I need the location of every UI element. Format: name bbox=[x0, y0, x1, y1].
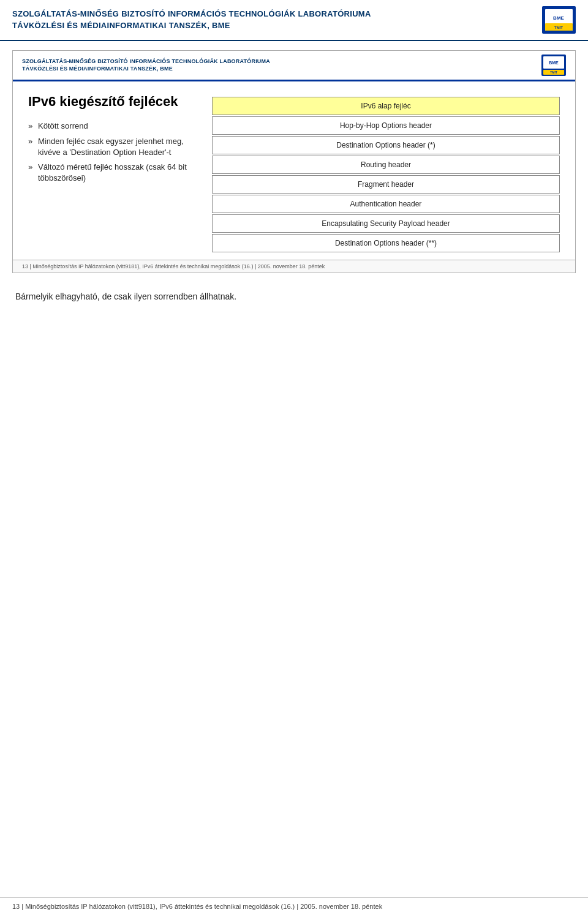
esp-header-box: Encapsulating Security Payload header bbox=[212, 214, 560, 233]
slide-footer: 13 | Minőségbiztosítás IP hálózatokon (v… bbox=[13, 260, 575, 273]
list-item: Kötött sorrend bbox=[28, 121, 194, 132]
slide-content: IPv6 kiegészítő fejlécek Kötött sorrend … bbox=[13, 81, 575, 260]
slide-logo-icon: BME TMIT bbox=[541, 55, 566, 76]
top-header: SZOLGÁLTATÁS-MINŐSÉG BIZTOSÍTÓ INFORMÁCI… bbox=[0, 0, 588, 41]
below-slide-text: Bármelyik elhagyható, de csak ilyen sorr… bbox=[0, 282, 588, 311]
fragment-header-box: Fragment header bbox=[212, 175, 560, 194]
list-item: Változó méretű fejléc hosszak (csak 64 b… bbox=[28, 162, 194, 184]
destination-options-2-header-box: Destination Options header (**) bbox=[212, 234, 560, 252]
right-column: IPv6 alap fejléc Hop-by-Hop Options head… bbox=[212, 97, 560, 254]
svg-text:TMIT: TMIT bbox=[554, 26, 563, 29]
slide-title: IPv6 kiegészítő fejlécek bbox=[28, 94, 194, 110]
hop-by-hop-header-box: Hop-by-Hop Options header bbox=[212, 116, 560, 135]
bullet-list: Kötött sorrend Minden fejléc csak egysze… bbox=[28, 121, 194, 184]
left-column: IPv6 kiegészítő fejlécek Kötött sorrend … bbox=[28, 94, 194, 187]
list-item: Minden fejléc csak egyszer jelenhet meg,… bbox=[28, 136, 194, 158]
svg-text:TMIT: TMIT bbox=[550, 70, 557, 74]
authentication-header-box: Authentication header bbox=[212, 195, 560, 213]
slide-container: SZOLGÁLTATÁS-MINŐSÉG BIZTOSÍTÓ INFORMÁCI… bbox=[12, 50, 576, 273]
bme-logo-icon: BME TMIT bbox=[542, 6, 576, 34]
slide-inner-header: SZOLGÁLTATÁS-MINŐSÉG BIZTOSÍTÓ INFORMÁCI… bbox=[13, 51, 575, 81]
svg-text:BME: BME bbox=[553, 15, 564, 21]
routing-header-box: Routing header bbox=[212, 156, 560, 174]
slide-header-text: SZOLGÁLTATÁS-MINŐSÉG BIZTOSÍTÓ INFORMÁCI… bbox=[22, 58, 270, 72]
page-footer: 13 | Minőségbiztosítás IP hálózatokon (v… bbox=[0, 897, 588, 915]
top-header-text: SZOLGÁLTATÁS-MINŐSÉG BIZTOSÍTÓ INFORMÁCI… bbox=[12, 9, 371, 31]
destination-options-1-header-box: Destination Options header (*) bbox=[212, 136, 560, 154]
svg-text:BME: BME bbox=[549, 61, 559, 65]
ipv6-base-header-box: IPv6 alap fejléc bbox=[212, 97, 560, 115]
